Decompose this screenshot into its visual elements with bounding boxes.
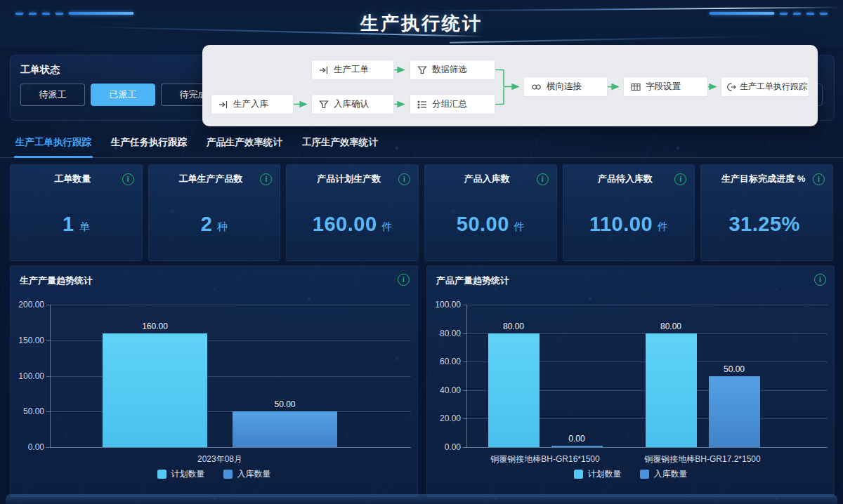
flow-node-horizontal-join[interactable]: 横向连接 — [523, 77, 608, 97]
bar-计划数量 — [488, 333, 540, 447]
page-title: 生产执行统计 — [0, 11, 843, 36]
y-axis-tick-label: 200.00 — [11, 300, 44, 310]
tab-production-order-tracking[interactable]: 生产工单执行跟踪 — [14, 136, 93, 157]
x-axis-category-label: 铜覆钢接地棒BH-GR16*1500 — [490, 453, 599, 465]
kpi-unit: 单 — [79, 220, 90, 234]
tab-bar: 生产工单执行跟踪 生产任务执行跟踪 产品生产效率统计 工序生产效率统计 — [0, 128, 843, 158]
y-axis-tick-label: 0.00 — [11, 442, 44, 452]
legend-item-入库数量[interactable]: 入库数量 — [223, 468, 271, 480]
y-axis-tick-label: 0.00 — [427, 442, 461, 452]
chart-panel-production-output-trend: 生产产量趋势统计 i 0.0050.00100.00150.00200.0016… — [10, 265, 418, 497]
info-icon[interactable]: i — [674, 173, 686, 185]
flow-node-production-inbound[interactable]: 生产入库 — [211, 94, 294, 114]
kpi-card-order-count: 工单数量 i 1 单 — [10, 164, 143, 261]
legend-swatch — [640, 470, 649, 479]
work-order-status-label: 工单状态 — [20, 64, 60, 77]
y-axis-tick-label: 150.00 — [11, 336, 44, 345]
next-panel-top-edge — [6, 494, 837, 504]
y-axis-line — [50, 305, 51, 447]
kpi-card-product-types: 工单生产产品数 i 2 种 — [148, 164, 281, 261]
chart-legend: 计划数量入库数量 — [427, 468, 834, 480]
status-button-dispatched[interactable]: 已派工 — [91, 84, 155, 106]
status-button-group: 待派工 已派工 待完成 — [20, 84, 226, 106]
y-axis-tick-label: 80.00 — [427, 329, 461, 338]
kpi-value: 31.25% — [728, 213, 799, 236]
link-icon — [531, 82, 542, 92]
field-settings-icon — [631, 82, 641, 92]
info-icon[interactable]: i — [813, 173, 825, 185]
bar-value-label: 0.00 — [568, 434, 584, 444]
flow-node-inbound-confirm[interactable]: 入库确认 — [311, 94, 394, 114]
legend-label: 入库数量 — [654, 468, 688, 480]
kpi-title: 产品计划生产数 — [317, 173, 388, 185]
kpi-value: 50.00 — [457, 213, 509, 236]
kpi-unit: 件 — [514, 220, 525, 234]
kpi-title: 工单数量 — [54, 173, 98, 185]
flow-node-field-settings[interactable]: 字段设置 — [623, 77, 708, 97]
kpi-title: 产品入库数 — [464, 173, 517, 185]
dataflow-overlay-panel: 生产工单 数据筛选 生产入库 入库确认 分组汇总 横向连接 字段设置 生产工单 — [202, 45, 818, 126]
info-icon[interactable]: i — [537, 173, 549, 185]
gridline — [50, 305, 411, 305]
y-axis-tick-label: 20.00 — [427, 413, 461, 423]
tab-process-efficiency[interactable]: 工序生产效率统计 — [301, 136, 379, 157]
kpi-card-inbound-qty: 产品入库数 i 50.00 件 — [424, 164, 557, 261]
kpi-title: 产品待入库数 — [598, 173, 660, 185]
legend-item-入库数量[interactable]: 入库数量 — [640, 468, 688, 480]
bar-计划数量 — [646, 333, 697, 447]
flow-node-label: 数据筛选 — [432, 64, 467, 76]
gridline — [466, 305, 828, 305]
flow-node-production-order[interactable]: 生产工单 — [311, 60, 394, 80]
kpi-value: 1 — [63, 213, 74, 236]
kpi-card-target-progress: 生产目标完成进度 % i 31.25% — [700, 164, 833, 261]
flow-node-output-tracking[interactable]: 生产工单执行跟踪 — [721, 77, 809, 97]
flow-node-group-summary[interactable]: 分组汇总 — [410, 94, 495, 114]
y-axis-tick-label: 100.00 — [427, 300, 461, 310]
kpi-value: 110.00 — [589, 213, 653, 236]
legend-item-计划数量[interactable]: 计划数量 — [157, 468, 205, 480]
legend-swatch — [223, 470, 233, 479]
tab-product-efficiency[interactable]: 产品生产效率统计 — [205, 136, 284, 157]
y-axis-tick-label: 40.00 — [427, 385, 461, 395]
info-icon[interactable]: i — [122, 173, 134, 185]
bar-入库数量 — [709, 376, 760, 448]
info-icon[interactable]: i — [260, 173, 272, 185]
legend-item-计划数量[interactable]: 计划数量 — [574, 468, 622, 480]
chart-legend: 计划数量入库数量 — [11, 468, 417, 480]
filter-icon — [319, 100, 329, 110]
legend-label: 计划数量 — [588, 468, 622, 480]
y-axis-tick-label: 60.00 — [427, 357, 461, 366]
kpi-card-planned-qty: 产品计划生产数 i 160.00 件 — [286, 164, 419, 261]
header: 生产执行统计 — [0, 0, 843, 46]
kpi-card-pending-inbound-qty: 产品待入库数 i 110.00 件 — [563, 164, 695, 261]
kpi-unit: 件 — [382, 220, 393, 234]
x-axis-line — [466, 447, 828, 448]
tab-production-task-tracking[interactable]: 生产任务执行跟踪 — [110, 136, 188, 157]
chart-panel-product-output-trend: 产品产量趋势统计 i 0.0020.0040.0060.0080.00100.0… — [426, 265, 835, 497]
bar-入库数量 — [551, 446, 603, 447]
flow-node-label: 分组汇总 — [432, 98, 467, 110]
bar-value-label: 50.00 — [724, 364, 745, 374]
x-axis-category-label: 铜覆钢接地棒BH-GR17.2*1500 — [644, 453, 760, 465]
legend-swatch — [574, 470, 583, 479]
bar-计划数量 — [103, 333, 207, 447]
kpi-unit: 种 — [217, 220, 228, 234]
y-axis-line — [466, 305, 467, 447]
bar-chart-production-output: 0.0050.00100.00150.00200.00160.0050.0020… — [11, 266, 417, 496]
y-axis-tick-label: 100.00 — [11, 371, 44, 381]
output-icon — [726, 82, 736, 92]
flow-node-label: 入库确认 — [334, 98, 369, 110]
bar-入库数量 — [233, 411, 337, 447]
info-icon[interactable]: i — [398, 173, 410, 185]
kpi-card-row: 工单数量 i 1 单 工单生产产品数 i 2 种 产品计划生产数 i 160.0… — [10, 164, 833, 261]
kpi-title: 生产目标完成进度 % — [721, 173, 812, 185]
filter-icon — [417, 65, 427, 75]
x-axis-category-label: 2023年08月 — [197, 453, 242, 465]
header-glow-streak — [450, 35, 773, 44]
kpi-value: 160.00 — [313, 213, 377, 236]
status-button-pending-dispatch[interactable]: 待派工 — [20, 84, 85, 106]
bar-value-label: 80.00 — [503, 321, 524, 331]
legend-label: 入库数量 — [237, 468, 271, 480]
kpi-value: 2 — [201, 213, 213, 236]
flow-node-data-filter[interactable]: 数据筛选 — [410, 60, 495, 80]
